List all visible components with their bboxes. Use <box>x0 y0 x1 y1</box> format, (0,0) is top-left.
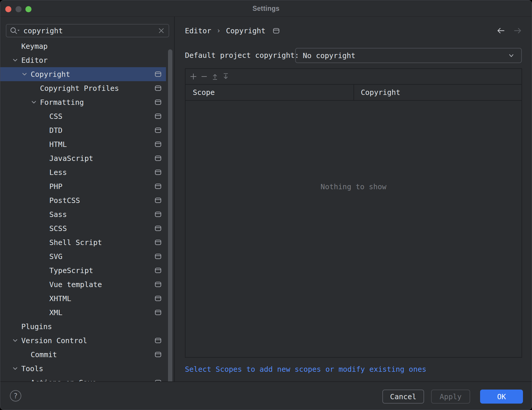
settings-card-icon <box>155 352 161 357</box>
default-copyright-select[interactable]: No copyright <box>295 48 522 63</box>
sidebar-item-sass[interactable]: Sass <box>0 207 166 221</box>
sidebar-item-label: SVG <box>49 252 62 261</box>
sidebar-item-label: CSS <box>49 112 62 121</box>
sidebar-item-label: SCSS <box>49 224 67 233</box>
help-button[interactable]: ? <box>10 390 21 402</box>
column-header-scope: Scope <box>186 85 354 100</box>
settings-search-box[interactable] <box>6 24 169 37</box>
titlebar: Settings <box>0 0 532 17</box>
chevron-down-icon[interactable] <box>12 366 21 371</box>
sidebar-item-html[interactable]: HTML <box>0 137 166 151</box>
sidebar-item-version-control[interactable]: Version Control <box>0 333 166 348</box>
settings-card-icon <box>155 226 161 231</box>
settings-tree: Keymap Editor <box>0 39 175 382</box>
table-toolbar <box>186 69 522 85</box>
settings-card-icon <box>155 128 161 133</box>
settings-card-icon <box>155 72 161 77</box>
remove-icon[interactable] <box>200 73 208 80</box>
column-header-copyright: Copyright <box>354 85 522 100</box>
cancel-button[interactable]: Cancel <box>382 390 424 404</box>
settings-window: Settings Keymap <box>0 0 532 410</box>
table-body: Nothing to show <box>186 101 522 357</box>
sidebar-scrollbar-thumb[interactable] <box>168 49 172 382</box>
sidebar-item-svg[interactable]: SVG <box>0 249 166 263</box>
ok-button[interactable]: OK <box>480 390 523 404</box>
add-icon[interactable] <box>190 73 197 80</box>
sidebar-item-editor[interactable]: Editor <box>0 53 166 67</box>
column-divider[interactable] <box>354 85 354 101</box>
chevron-down-icon[interactable] <box>12 58 21 62</box>
move-down-icon[interactable] <box>222 73 230 80</box>
breadcrumb-separator: › <box>216 27 220 35</box>
sidebar-item-copyright[interactable]: Copyright <box>0 67 166 81</box>
breadcrumb-copyright[interactable]: Copyright <box>226 27 265 35</box>
sidebar-item-label: Copyright Profiles <box>40 84 119 93</box>
settings-card-icon <box>155 142 161 147</box>
chevron-down-icon[interactable] <box>31 100 40 104</box>
chevron-down-icon[interactable] <box>21 72 31 76</box>
sidebar-item-commit[interactable]: Commit <box>0 348 166 362</box>
settings-content-panel: Editor › Copyright Default project copyr… <box>175 17 532 382</box>
select-value: No copyright <box>303 51 508 60</box>
sidebar-item-label: XML <box>49 308 62 317</box>
dialog-footer: ? Cancel Apply OK <box>0 381 532 410</box>
settings-card-icon <box>155 282 161 287</box>
sidebar-item-label: Vue template <box>49 280 102 289</box>
sidebar-item-label: Plugins <box>21 322 52 331</box>
settings-card-icon <box>155 198 161 203</box>
sidebar-item-label: Tools <box>21 364 43 373</box>
sidebar-item-copyright-profiles[interactable]: Copyright Profiles <box>0 81 166 95</box>
settings-card-icon <box>155 296 161 301</box>
sidebar-item-actions-on-save[interactable]: Actions on Save <box>0 376 166 382</box>
sidebar-item-label: Shell Script <box>49 238 102 247</box>
settings-card-icon <box>155 240 161 245</box>
settings-card-icon <box>155 338 161 343</box>
chevron-down-icon[interactable] <box>12 338 21 343</box>
forward-arrow-icon[interactable] <box>514 27 522 34</box>
sidebar-item-shell-script[interactable]: Shell Script <box>0 235 166 249</box>
breadcrumb: Editor › Copyright <box>185 25 279 37</box>
default-copyright-row: Default project copyright: <box>185 48 299 63</box>
settings-card-icon <box>273 28 279 34</box>
settings-card-icon <box>155 310 161 315</box>
apply-button[interactable]: Apply <box>431 390 470 404</box>
sidebar-item-typescript[interactable]: TypeScript <box>0 263 166 277</box>
table-header: Scope Copyright <box>186 85 522 101</box>
history-navigation <box>497 25 522 37</box>
settings-sidebar: Keymap Editor <box>0 17 175 382</box>
sidebar-item-label: Copyright <box>31 70 70 79</box>
search-icon[interactable] <box>10 27 20 34</box>
question-mark-icon: ? <box>14 392 18 400</box>
sidebar-item-php[interactable]: PHP <box>0 179 166 193</box>
sidebar-item-label: Editor <box>21 56 48 65</box>
sidebar-item-css[interactable]: CSS <box>0 109 166 123</box>
sidebar-item-xhtml[interactable]: XHTML <box>0 291 166 305</box>
settings-card-icon <box>155 114 161 119</box>
sidebar-item-less[interactable]: Less <box>0 165 166 179</box>
sidebar-item-postcss[interactable]: PostCSS <box>0 193 166 207</box>
sidebar-item-plugins[interactable]: Plugins <box>0 319 166 333</box>
sidebar-item-scss[interactable]: SCSS <box>0 221 166 235</box>
settings-card-icon <box>155 268 161 273</box>
select-scopes-link[interactable]: Select Scopes to add new scopes or modif… <box>185 365 426 373</box>
sidebar-item-label: JavaScript <box>49 154 93 163</box>
back-arrow-icon[interactable] <box>497 27 505 34</box>
settings-card-icon <box>155 100 161 105</box>
move-up-icon[interactable] <box>211 73 219 80</box>
sidebar-item-javascript[interactable]: JavaScript <box>0 151 166 165</box>
sidebar-item-tools[interactable]: Tools <box>0 362 166 376</box>
scopes-table: Scope Copyright Nothing to show <box>185 68 522 358</box>
sidebar-item-keymap[interactable]: Keymap <box>0 39 166 53</box>
empty-state-text: Nothing to show <box>186 183 522 191</box>
sidebar-item-formatting[interactable]: Formatting <box>0 95 166 109</box>
sidebar-item-vue-template[interactable]: Vue template <box>0 277 166 291</box>
sidebar-item-label: PHP <box>49 182 62 191</box>
clear-search-icon[interactable] <box>158 27 164 34</box>
sidebar-item-label: Sass <box>49 210 67 219</box>
sidebar-item-dtd[interactable]: DTD <box>0 123 166 137</box>
search-input[interactable] <box>23 27 158 35</box>
sidebar-item-label: PostCSS <box>49 196 80 205</box>
default-copyright-label: Default project copyright: <box>185 51 299 60</box>
breadcrumb-editor[interactable]: Editor <box>185 27 211 35</box>
sidebar-item-xml[interactable]: XML <box>0 305 166 319</box>
